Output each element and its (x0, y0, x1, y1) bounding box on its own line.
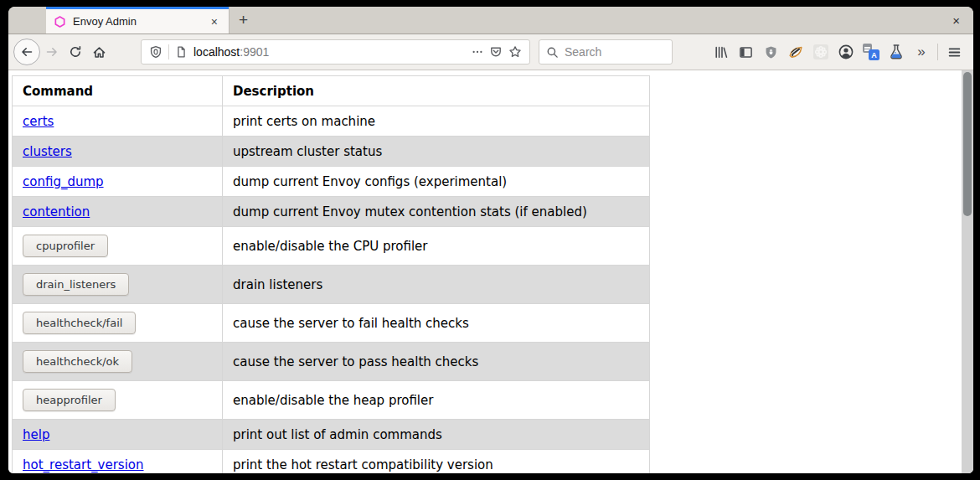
url-text[interactable]: localhost:9901 (193, 45, 466, 59)
tab-bar: Envoy Admin × + × (8, 7, 973, 34)
translate-icon: A (863, 44, 879, 60)
command-button-healthcheck-fail[interactable]: healthcheck/fail (23, 312, 136, 334)
forward-button[interactable] (40, 40, 64, 64)
back-icon (20, 45, 34, 59)
description-cell: print the hot restart compatibility vers… (223, 450, 650, 474)
pocket-icon[interactable] (489, 45, 503, 59)
account-button[interactable] (833, 40, 859, 64)
overflow-chevron-icon: » (917, 44, 925, 60)
window-close-button[interactable]: × (939, 13, 973, 28)
column-header-command: Command (13, 76, 223, 106)
description-cell: print out list of admin commands (223, 420, 650, 450)
refresh-icon (69, 45, 82, 59)
flask-icon (888, 44, 905, 60)
description-cell: cause the server to pass health checks (223, 343, 650, 381)
url-bar[interactable]: localhost:9901 (141, 39, 530, 65)
command-link-certs[interactable]: certs (23, 114, 54, 129)
page-scrollbar[interactable] (962, 70, 973, 473)
table-header-row: Command Description (13, 76, 650, 106)
search-input[interactable] (565, 45, 665, 59)
scrollbar-thumb[interactable] (963, 72, 972, 216)
disabled-extension-icon (812, 44, 829, 60)
command-button-drain-listeners[interactable]: drain_listeners (23, 273, 129, 296)
back-button[interactable] (13, 39, 40, 65)
home-icon (92, 45, 106, 59)
toolbar-icons: A » (708, 40, 967, 64)
bookmark-star-icon[interactable] (508, 45, 522, 59)
tab-envoy-admin[interactable]: Envoy Admin × (46, 7, 229, 34)
tab-title: Envoy Admin (73, 15, 201, 28)
table-row: healthcheck/fail cause the server to fai… (13, 304, 650, 343)
command-button-healthcheck-ok[interactable]: healthcheck/ok (23, 350, 132, 373)
page-info-icon[interactable] (175, 45, 188, 59)
overflow-button[interactable]: » (909, 40, 934, 64)
table-row: healthcheck/ok cause the server to pass … (13, 343, 650, 381)
forward-icon (45, 45, 59, 59)
sidebar-toggle-button[interactable] (733, 40, 758, 64)
column-header-description: Description (223, 76, 650, 106)
description-cell: enable/disable the heap profiler (223, 381, 650, 420)
library-button[interactable] (708, 40, 733, 64)
url-host: localhost (193, 45, 240, 59)
table-row: heapprofiler enable/disable the heap pro… (13, 381, 650, 420)
screenshot-background: Envoy Admin × + × (0, 0, 980, 480)
table-row: config_dump dump current Envoy configs (… (13, 167, 650, 197)
refresh-button[interactable] (64, 40, 87, 64)
browser-window: Envoy Admin × + × (8, 7, 973, 473)
command-link-help[interactable]: help (23, 427, 49, 442)
command-link-config-dump[interactable]: config_dump (23, 174, 104, 189)
description-cell: cause the server to fail health checks (223, 304, 650, 343)
table-row: hot_restart_version print the hot restar… (13, 450, 650, 474)
table-row: cpuprofiler enable/disable the CPU profi… (13, 227, 650, 266)
navigation-toolbar: localhost:9901 (8, 34, 973, 70)
page-content: Command Description certs print certs on… (8, 70, 973, 473)
tab-close-icon[interactable]: × (208, 14, 221, 29)
library-icon (714, 45, 728, 59)
search-bar (539, 39, 673, 65)
description-cell: upstream cluster status (223, 137, 650, 167)
page-actions-icon[interactable] (472, 46, 483, 58)
tracking-protection-shield-icon[interactable] (149, 45, 162, 59)
command-link-contention[interactable]: contention (23, 204, 90, 219)
privacy-badger-icon (787, 44, 804, 60)
home-button[interactable] (87, 40, 111, 64)
description-cell: drain listeners (223, 266, 650, 304)
table-row: clusters upstream cluster status (13, 137, 650, 167)
table-row: contention dump current Envoy mutex cont… (13, 197, 650, 227)
urlbar-divider (168, 44, 169, 59)
description-cell: dump current Envoy mutex contention stat… (223, 197, 650, 227)
extension-shield-button[interactable] (758, 40, 783, 64)
command-button-heapprofiler[interactable]: heapprofiler (23, 389, 116, 411)
shield-lock-icon (764, 45, 778, 59)
privacy-badger-button[interactable] (783, 40, 808, 64)
translate-extension-button[interactable]: A (859, 40, 884, 64)
flask-extension-button[interactable] (884, 40, 909, 64)
menu-button[interactable] (941, 40, 967, 64)
hamburger-menu-icon (947, 45, 962, 59)
disabled-extension-button[interactable] (808, 40, 833, 64)
command-link-clusters[interactable]: clusters (23, 144, 72, 159)
search-icon (546, 46, 559, 59)
admin-commands-table: Command Description certs print certs on… (12, 75, 650, 473)
new-tab-button[interactable]: + (229, 7, 257, 34)
sidebar-icon (739, 45, 753, 59)
command-button-cpuprofiler[interactable]: cpuprofiler (23, 235, 108, 257)
url-port: :9901 (240, 45, 269, 59)
command-link-hot-restart-version[interactable]: hot_restart_version (23, 457, 144, 472)
table-row: certs print certs on machine (13, 106, 650, 137)
table-row: drain_listeners drain listeners (13, 266, 650, 304)
envoy-favicon-icon (54, 15, 66, 28)
table-row: help print out list of admin commands (13, 420, 650, 450)
account-icon (838, 44, 854, 60)
description-cell: print certs on machine (223, 106, 650, 137)
description-cell: dump current Envoy configs (experimental… (223, 167, 650, 197)
description-cell: enable/disable the CPU profiler (223, 227, 650, 266)
toolbar-divider (937, 44, 938, 60)
